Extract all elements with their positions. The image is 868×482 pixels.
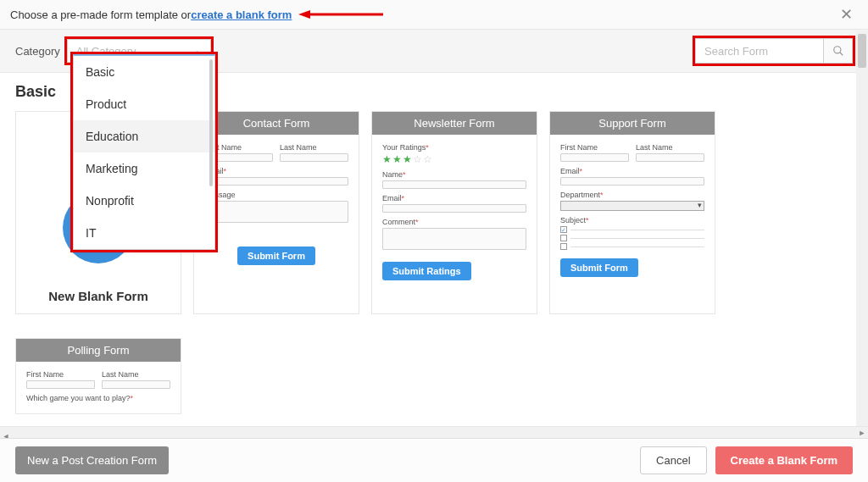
field-label: First Name <box>560 143 629 152</box>
card-title: Newsletter Form <box>372 112 537 135</box>
field-label: Your Ratings <box>382 143 426 152</box>
category-option-basic[interactable]: Basic <box>74 56 214 88</box>
horizontal-scrollbar[interactable]: ◄ ► <box>0 426 868 438</box>
rating-stars-icon: ★★★☆☆ <box>382 153 526 165</box>
create-blank-form-link[interactable]: create a blank form <box>191 8 292 21</box>
submit-button-preview: Submit Form <box>237 247 315 265</box>
card-title: Contact Form <box>194 112 359 135</box>
new-blank-form-label: New Blank Form <box>48 289 148 303</box>
category-option-marketing[interactable]: Marketing <box>74 152 214 185</box>
field-label: Message <box>204 191 348 199</box>
top-instruction-bar: Choose a pre-made form template or creat… <box>0 0 868 30</box>
create-blank-form-button[interactable]: Create a Blank Form <box>715 446 853 474</box>
svg-line-3 <box>839 53 843 56</box>
annotation-arrow-icon <box>298 8 383 20</box>
field-label: Email <box>382 194 402 202</box>
svg-marker-1 <box>298 10 310 19</box>
field-label: Which game you want to play? <box>26 394 131 402</box>
template-card-polling[interactable]: Polling Form First Name Last Name Which … <box>15 338 181 414</box>
category-dropdown-panel[interactable]: BasicProductEducationMarketingNonprofitI… <box>73 54 215 250</box>
category-option-it[interactable]: IT <box>74 217 214 249</box>
dialog-footer: New a Post Creation Form Cancel Create a… <box>0 438 868 482</box>
submit-button-preview: Submit Form <box>560 258 638 277</box>
field-label: Last Name <box>280 143 348 152</box>
category-option-nonprofit[interactable]: Nonprofit <box>74 185 214 217</box>
dropdown-scrollbar-thumb[interactable] <box>209 59 213 186</box>
submit-button-preview: Submit Ratings <box>382 262 471 280</box>
template-card-support[interactable]: Support Form First Name Last Name Email*… <box>549 111 715 314</box>
new-post-creation-form-button[interactable]: New a Post Creation Form <box>15 446 169 474</box>
field-label: Last Name <box>102 370 170 379</box>
field-label: Email <box>560 167 580 175</box>
category-label: Category <box>15 45 60 58</box>
template-card-newsletter[interactable]: Newsletter Form Your Ratings* ★★★☆☆ Name… <box>371 111 537 314</box>
card-title: Polling Form <box>16 339 181 362</box>
scroll-right-icon[interactable]: ► <box>856 427 868 439</box>
svg-point-2 <box>833 47 840 53</box>
search-button[interactable] <box>823 39 852 63</box>
field-label: Subject <box>560 216 586 224</box>
search-form-field[interactable] <box>695 38 853 64</box>
card-title: Support Form <box>550 112 715 135</box>
search-icon <box>832 45 844 57</box>
field-label: Department <box>560 191 600 199</box>
close-icon[interactable]: ✕ <box>835 5 858 24</box>
field-label: Comment <box>382 218 415 226</box>
field-label: Last Name <box>636 143 704 152</box>
field-label: First Name <box>26 370 95 379</box>
field-label: Name <box>382 170 403 179</box>
template-card-contact[interactable]: Contact Form First Name Last Name Email*… <box>193 111 359 314</box>
cancel-button[interactable]: Cancel <box>640 446 706 474</box>
category-option-product[interactable]: Product <box>74 88 214 120</box>
top-instruction-text: Choose a pre-made form template or <box>10 8 191 21</box>
search-input[interactable] <box>696 45 823 58</box>
vertical-scrollbar[interactable] <box>856 30 868 426</box>
category-option-education[interactable]: Education <box>74 120 214 152</box>
